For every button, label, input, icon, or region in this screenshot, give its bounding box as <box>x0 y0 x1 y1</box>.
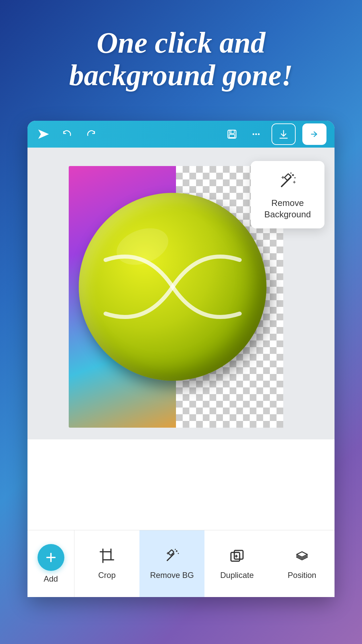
svg-point-12 <box>292 174 294 176</box>
svg-rect-11 <box>285 174 291 180</box>
tennis-ball-body <box>79 193 266 381</box>
duplicate-label: Duplicate <box>220 571 254 580</box>
svg-rect-35 <box>231 552 240 561</box>
svg-point-30 <box>176 550 178 552</box>
remove-bg-label: Remove BG <box>150 571 194 580</box>
app-logo <box>36 126 52 142</box>
tennis-ball <box>79 193 266 381</box>
app-window: Remove Background Add <box>27 121 335 597</box>
position-tool[interactable]: Position <box>269 530 335 597</box>
bottom-toolbar: Add Crop <box>27 530 335 597</box>
remove-bg-tooltip: Remove Background <box>251 161 324 228</box>
publish-button[interactable] <box>302 123 326 145</box>
svg-point-13 <box>294 177 296 178</box>
canvas-area: Remove Background <box>27 148 335 439</box>
svg-point-31 <box>178 553 179 554</box>
svg-marker-0 <box>38 129 49 139</box>
crop-label: Crop <box>98 571 116 580</box>
duplicate-tool[interactable]: Duplicate <box>204 530 269 597</box>
svg-point-9 <box>112 222 174 272</box>
add-button[interactable] <box>38 544 64 571</box>
add-tool-container: Add <box>27 530 74 597</box>
hero-line2: background gone! <box>69 59 293 92</box>
redo-button[interactable] <box>82 125 100 143</box>
remove-bg-tooltip-text: Remove Background <box>264 198 311 220</box>
svg-point-5 <box>253 133 254 135</box>
svg-rect-2 <box>230 130 234 133</box>
remove-bg-icon <box>164 548 180 567</box>
svg-rect-3 <box>229 135 235 138</box>
app-toolbar <box>27 121 335 148</box>
svg-point-32 <box>175 549 176 550</box>
svg-rect-36 <box>234 550 243 559</box>
add-label: Add <box>44 574 58 584</box>
remove-bg-tool[interactable]: Remove BG <box>139 530 204 597</box>
svg-point-6 <box>255 133 257 135</box>
layers-icon <box>294 548 310 567</box>
hero-line1: One click and <box>97 26 265 59</box>
download-button[interactable] <box>272 123 296 145</box>
position-label: Position <box>288 571 316 580</box>
hero-title: One click and background gone! <box>0 0 362 105</box>
svg-point-7 <box>258 133 260 135</box>
duplicate-icon <box>229 548 245 567</box>
save-button[interactable] <box>223 125 241 143</box>
magic-wand-icon <box>278 171 297 194</box>
crop-tool[interactable]: Crop <box>74 530 139 597</box>
more-button[interactable] <box>247 125 265 143</box>
svg-point-14 <box>290 172 292 174</box>
crop-icon <box>99 548 115 567</box>
undo-button[interactable] <box>58 125 76 143</box>
